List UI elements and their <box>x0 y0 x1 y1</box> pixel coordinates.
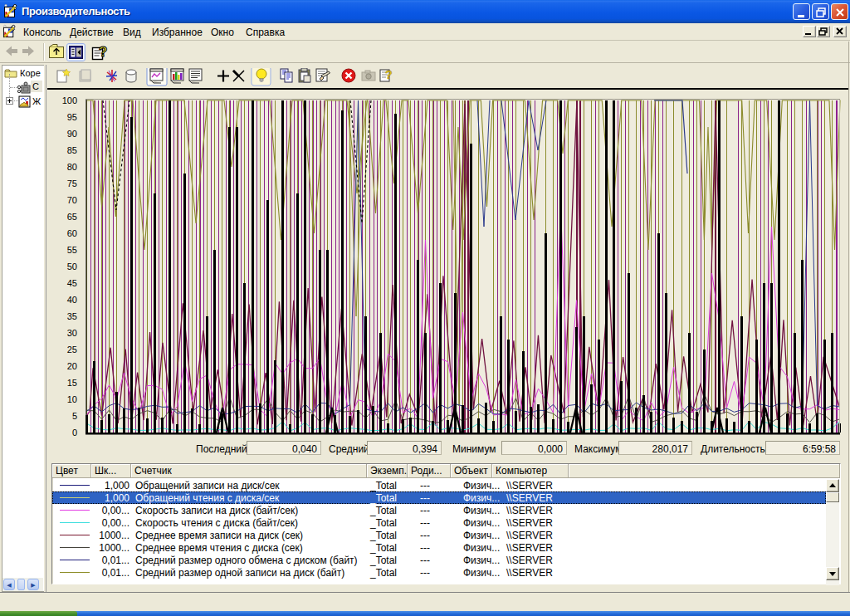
svg-text:?: ? <box>385 68 393 81</box>
svg-text:?: ? <box>99 44 107 60</box>
